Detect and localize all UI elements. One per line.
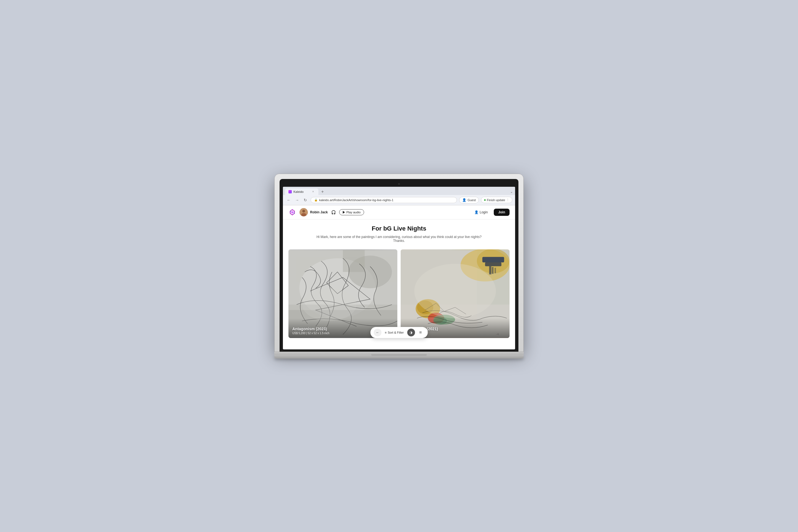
svg-rect-20 <box>485 262 501 266</box>
finish-update-button[interactable]: Finish update ⋮ <box>481 197 512 203</box>
artwork-card-conclusion[interactable]: ~rj Conclusion (2021) 36 x 36 x 1.5 inch <box>401 249 510 338</box>
svg-point-29 <box>414 264 496 318</box>
address-url: kaleido.art/RobinJackArt/showroom/for-bg… <box>319 198 394 202</box>
finish-update-label: Finish update <box>487 198 505 202</box>
svg-point-6 <box>301 213 306 216</box>
tab-expand-button[interactable]: ⌄ <box>510 190 513 194</box>
tab-new-button[interactable]: + <box>320 189 326 195</box>
sort-filter-button[interactable]: ≡ Sort & Filter <box>383 330 406 335</box>
tab-bar-right: ⌄ <box>510 190 513 194</box>
laptop-feet <box>274 356 524 359</box>
join-button[interactable]: Join <box>494 209 510 216</box>
guest-label: Guest <box>468 198 476 202</box>
tab-close-button[interactable]: × <box>311 190 315 194</box>
refresh-button[interactable]: ↻ <box>302 197 308 203</box>
artwork-dimensions: 52 x 52 x 1.5 inch <box>307 332 329 335</box>
login-button[interactable]: 👤 Login <box>472 209 491 215</box>
theme-toggle-button[interactable]: ◑ <box>407 329 415 336</box>
site-header: Robin Jack 🎧 Play audio 👤 Login <box>283 205 515 220</box>
laptop-container: Kaleido × + ⌄ ← → ↻ 🔒 <box>274 174 524 359</box>
artist-avatar <box>300 208 308 216</box>
play-audio-label: Play audio <box>346 211 360 214</box>
more-options-icon: ⋮ <box>506 198 509 202</box>
artwork-price-value: US$ 5,200 <box>292 332 305 335</box>
browser-chrome: Kaleido × + ⌄ ← → ↻ 🔒 <box>283 187 515 205</box>
svg-rect-22 <box>492 267 493 274</box>
artist-name: Robin Jack <box>310 210 328 214</box>
camera-notch <box>388 181 410 187</box>
kaleido-logo-icon <box>289 209 296 215</box>
page-description: Hi Mark, here are some of the paintings … <box>316 235 482 243</box>
laptop-hinge <box>371 354 427 356</box>
svg-rect-21 <box>489 266 491 274</box>
kaleido-logo[interactable] <box>288 208 296 216</box>
browser-toolbar: ← → ↻ 🔒 kaleido.art/RobinJackArt/showroo… <box>283 195 515 205</box>
forward-button[interactable]: → <box>294 197 300 203</box>
svg-rect-23 <box>495 268 496 273</box>
address-bar[interactable]: 🔒 kaleido.art/RobinJackArt/showroom/for-… <box>310 197 457 203</box>
lock-icon: 🔒 <box>314 198 318 202</box>
artwork-grid: Antagonism (2023) US$ 5,200 | 52 x 52 x … <box>288 249 510 338</box>
tab-title: Kaleido <box>293 190 304 193</box>
update-dot <box>484 199 486 201</box>
artwork-card-antagonism[interactable]: Antagonism (2023) US$ 5,200 | 52 x 52 x … <box>288 249 397 338</box>
svg-rect-11 <box>343 250 365 272</box>
sort-filter-label: Sort & Filter <box>388 331 404 334</box>
login-label: Login <box>480 210 488 214</box>
screen-bezel: Kaleido × + ⌄ ← → ↻ 🔒 <box>280 179 518 352</box>
toolbar-back-button[interactable]: ← <box>374 329 382 336</box>
artist-profile[interactable]: Robin Jack <box>300 208 328 216</box>
svg-point-5 <box>302 210 305 212</box>
headphone-icon: 🎧 <box>331 210 336 214</box>
person-icon: 👤 <box>462 198 466 202</box>
play-icon <box>343 211 345 214</box>
laptop-body: Kaleido × + ⌄ ← → ↻ 🔒 <box>274 174 524 352</box>
play-audio-button[interactable]: Play audio <box>339 209 364 215</box>
grid-view-button[interactable]: ⊞ <box>416 329 424 336</box>
browser-tab-active[interactable]: Kaleido × <box>285 188 318 195</box>
svg-rect-19 <box>482 257 504 262</box>
back-button[interactable]: ← <box>286 197 292 203</box>
join-label: Join <box>498 210 505 214</box>
bottom-toolbar: ← ≡ Sort & Filter ◑ ⊞ <box>370 327 428 338</box>
person-icon-2: 👤 <box>474 210 478 214</box>
svg-point-13 <box>302 288 357 321</box>
page-title: For bG Live Nights <box>288 225 510 232</box>
page-content: Robin Jack 🎧 Play audio 👤 Login <box>283 205 515 349</box>
screen: Kaleido × + ⌄ ← → ↻ 🔒 <box>283 187 515 349</box>
tab-favicon <box>288 190 292 193</box>
guest-button[interactable]: 👤 Guest <box>459 197 479 203</box>
filter-icon: ≡ <box>385 331 386 334</box>
main-content: For bG Live Nights Hi Mark, here are som… <box>283 220 515 344</box>
laptop-base <box>274 352 524 356</box>
toolbar-right: 👤 Guest Finish update ⋮ <box>459 197 512 203</box>
camera-dot <box>398 183 400 185</box>
browser-tab-bar: Kaleido × + ⌄ <box>283 187 515 195</box>
